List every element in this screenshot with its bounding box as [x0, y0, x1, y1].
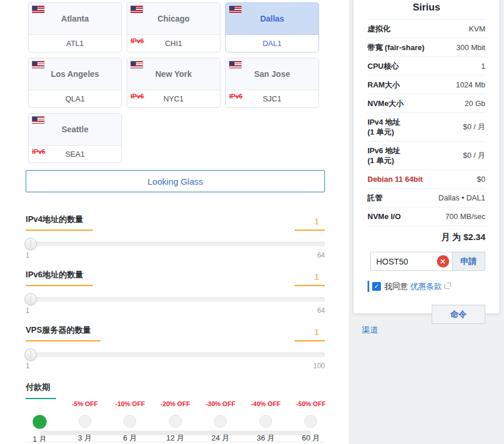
discount-label: -40% OFF: [251, 400, 281, 408]
location-grid: Atlanta ATL1 Chicago IPv6 CHI1: [28, 2, 321, 163]
slider-label: IPv4地址的数量: [26, 214, 93, 231]
us-flag-icon: [131, 61, 143, 68]
focus-caret: [368, 281, 369, 292]
slider-label: IPv6地址的数量: [26, 270, 93, 286]
ipv6-unavailable-tag: IPv6: [131, 93, 144, 100]
spec-row-nvme-size: NVMe大小 20 Gb: [368, 94, 485, 113]
ipv6-count-slider-group: IPv6地址的数量 1 1 64: [26, 270, 325, 315]
payment-option-12-months[interactable]: -20% OFF 12 月: [160, 400, 190, 443]
location-name: Atlanta: [61, 14, 89, 23]
promo-code-group: ✕ 申請: [370, 252, 485, 271]
location-name: Dallas: [260, 14, 284, 23]
plan-name: Sirius: [368, 0, 485, 20]
location-code: ATL1: [66, 39, 83, 48]
payment-dot[interactable]: [124, 415, 136, 428]
ipv6-unavailable-tag: IPv6: [32, 148, 46, 155]
discount-label: -10% OFF: [116, 400, 145, 408]
ipv4-count-slider-group: IPv4地址的数量 1 1 64: [26, 214, 325, 259]
payment-dot[interactable]: [169, 415, 181, 428]
location-card-seattle[interactable]: Seattle IPv6 SEA1: [28, 113, 122, 163]
spec-row-virtualization: 虚拟化 KVM: [368, 20, 485, 38]
location-card-chicago[interactable]: Chicago IPv6 CHI1: [127, 2, 220, 52]
looking-glass-button[interactable]: Looking Glass: [26, 170, 325, 192]
plan-summary-card: Sirius 虚拟化 KVM 带寬 (fair-share) 300 Mbit …: [354, 0, 499, 313]
payment-option-36-months[interactable]: -40% OFF 36 月: [251, 400, 281, 443]
location-code: QLA1: [65, 94, 85, 103]
channel-link[interactable]: 渠道: [362, 325, 378, 336]
slider-track[interactable]: [26, 353, 325, 357]
terms-agreement-row: ✓ 我同意 优惠条款: [368, 281, 485, 292]
location-name: Seattle: [62, 125, 89, 134]
payment-period-title: 付款期: [26, 382, 56, 399]
us-flag-icon: [131, 6, 143, 13]
slider-min: 1: [26, 306, 30, 315]
slider-value: 1: [295, 216, 325, 231]
payment-option-60-months[interactable]: -50% OFF 60 月: [296, 400, 326, 443]
payment-option-6-months[interactable]: -10% OFF 6 月: [116, 400, 145, 443]
us-flag-icon: [32, 6, 44, 13]
slider-track[interactable]: [26, 297, 325, 302]
location-code: NYC1: [163, 94, 184, 103]
spec-row-bandwidth: 带寬 (fair-share) 300 Mbit: [368, 38, 485, 57]
ipv6-unavailable-tag: IPv6: [229, 93, 243, 100]
payment-dot[interactable]: [214, 415, 227, 428]
payment-period-section: 付款期 1 月 -5% OFF 3 月 -10% OFF 6 月: [26, 382, 325, 444]
slider-handle[interactable]: [24, 238, 37, 250]
apply-promo-button[interactable]: 申請: [453, 252, 485, 270]
location-name: Chicago: [158, 14, 190, 23]
slider-max: 100: [313, 362, 325, 370]
us-flag-icon: [229, 61, 242, 68]
payment-option-24-months[interactable]: -30% OFF 24 月: [206, 400, 236, 443]
location-code: SJC1: [263, 94, 282, 103]
us-flag-icon: [229, 6, 242, 13]
payment-period-timeline: 1 月 -5% OFF 3 月 -10% OFF 6 月 -20% OFF 12…: [26, 400, 325, 444]
location-name: New York: [155, 69, 192, 79]
us-flag-icon: [32, 61, 44, 68]
slider-handle[interactable]: [24, 293, 37, 305]
location-card-los-angeles[interactable]: Los Angeles QLA1: [28, 58, 122, 108]
payment-option-3-months[interactable]: -5% OFF 3 月: [72, 400, 98, 443]
us-flag-icon: [32, 117, 44, 124]
discount-label: -5% OFF: [72, 400, 98, 408]
location-card-new-york[interactable]: New York IPv6 NYC1: [127, 58, 220, 108]
payment-dot[interactable]: [78, 415, 91, 428]
agree-text: 我同意: [384, 281, 408, 292]
spec-row-os: Debian 11 64bit $0: [368, 170, 485, 189]
spec-row-ram: RAM大小 1024 Mb: [368, 76, 485, 94]
discount-label: -20% OFF: [160, 400, 190, 408]
payment-option-1-month[interactable]: 1 月: [33, 400, 47, 444]
slider-handle[interactable]: [24, 348, 37, 361]
location-card-atlanta[interactable]: Atlanta ATL1: [28, 2, 122, 52]
ipv6-unavailable-tag: IPv6: [131, 37, 144, 44]
spec-row-ipv6-price: IPv6 地址 (1 单元) $0 / 月: [368, 142, 485, 170]
slider-value: 1: [295, 327, 325, 341]
spec-row-nvme-io: NVMe I/O 700 MB/sec: [368, 207, 485, 226]
location-code: SEA1: [65, 150, 85, 158]
spec-row-hosting-location: 託管 Dallas • DAL1: [368, 189, 485, 207]
monthly-total: 月 为 $2.34: [441, 232, 485, 243]
order-button[interactable]: 命令: [432, 305, 485, 324]
slider-label: VPS服务器的数量: [26, 325, 100, 341]
slider-min: 1: [26, 362, 30, 370]
slider-max: 64: [317, 251, 325, 259]
discount-label: -30% OFF: [206, 400, 236, 408]
terms-link[interactable]: 优惠条款: [411, 281, 442, 292]
location-name: San Jose: [254, 69, 290, 79]
monthly-total-row: 月 为 $2.34: [368, 226, 485, 250]
location-card-dallas[interactable]: Dallas DAL1: [225, 2, 319, 52]
spec-row-cpu: CPU核心 1: [368, 57, 485, 76]
agree-checkbox[interactable]: ✓: [372, 282, 381, 291]
payment-dot[interactable]: [304, 415, 317, 428]
slider-track[interactable]: [26, 242, 325, 246]
location-card-san-jose[interactable]: San Jose IPv6 SJC1: [225, 58, 319, 108]
payment-dot[interactable]: [33, 415, 47, 429]
clear-promo-icon[interactable]: ✕: [437, 255, 449, 267]
slider-max: 64: [317, 306, 325, 315]
section-divider: [26, 442, 325, 442]
location-code: DAL1: [262, 39, 282, 48]
payment-dot[interactable]: [259, 415, 272, 428]
payment-month-label: 1 月: [33, 434, 47, 444]
slider-min: 1: [26, 251, 30, 259]
configurator-column: Atlanta ATL1 Chicago IPv6 CHI1: [26, 0, 325, 444]
discount-label: -50% OFF: [296, 400, 326, 408]
